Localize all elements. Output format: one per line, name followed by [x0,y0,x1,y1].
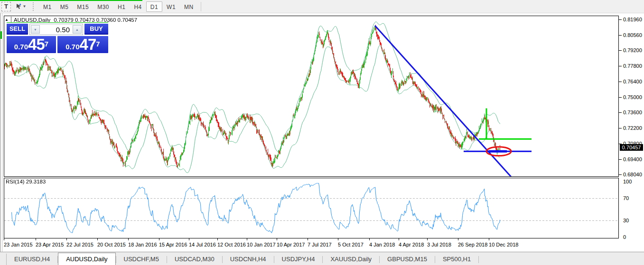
timeframe-button-d1[interactable]: D1 [146,1,162,12]
price-axis-tick [619,128,622,128]
price-axis-tick [619,174,622,175]
date-axis-tick [247,238,247,240]
chart-symbol-period: AUDUSD,Daily [14,17,50,23]
price-axis-label: 0.81960 [623,17,642,22]
current-price-tag: 0.70457 [620,144,643,151]
date-axis-label: 20 Oct 2015 [97,242,126,247]
buy-price-pips: 47 [80,37,96,52]
rsi-scale-label: 100 [623,179,632,184]
price-axis[interactable]: 0.819600.805600.792000.778000.764000.750… [619,13,644,238]
volume-input[interactable]: 0.50 [41,24,72,35]
date-axis-tick [427,238,428,240]
tab-separator [478,256,479,263]
date-axis[interactable]: 23 Jan 201523 Apr 201522 Jul 201520 Oct … [4,238,619,252]
volume-increase-button[interactable]: ▲ [73,25,82,34]
date-axis-label: 14 Jul 2016 [189,242,216,247]
timeframe-button-m1[interactable]: M1 [39,1,56,12]
date-axis-tick [308,238,308,240]
chart-ohlc-values: 0.70379 0.70473 0.70360 0.70457 [54,17,137,23]
panel-top-accent [7,22,108,23]
sell-price-display[interactable]: 0.70457 [7,36,56,53]
price-axis-tick [619,112,622,113]
price-axis-label: 0.75000 [623,94,642,100]
chart-tab-usdjpy-h4[interactable]: USDJPY,H4 [274,254,323,265]
price-axis-tick [619,82,622,82]
date-axis-label: 4 Apr 2018 [399,242,424,247]
chart-tab-eurusd-h4[interactable]: EURUSD,H4 [7,254,57,265]
price-axis-label: 0.80560 [623,32,642,38]
price-axis-tick [619,35,622,36]
chart-tab-usdcnh-h4[interactable]: USDCNH,H4 [223,254,274,265]
date-axis-tick [399,238,399,240]
price-axis-label: 0.79200 [623,47,642,53]
text-tool-button[interactable]: T [1,2,11,11]
price-axis-tick [619,66,622,66]
price-axis-label: 0.69400 [623,156,642,162]
sell-button[interactable]: SELL [7,24,28,35]
date-axis-label: 10 Jan 2017 [247,242,276,247]
left-green-tick [0,31,2,39]
timeframe-button-m15[interactable]: M15 [73,1,93,12]
rsi-indicator-canvas[interactable] [4,178,619,238]
timeframe-button-m30[interactable]: M30 [93,1,113,12]
date-axis-tick [338,238,338,240]
active-chart-indicator [0,0,142,1]
collapse-panel-icon[interactable]: ▲ [5,18,9,22]
sell-price-point: 7 [45,36,48,52]
buy-price-display[interactable]: 0.70477 [57,36,108,53]
chart-tab-usdcad-m30[interactable]: USDCAD,M30 [167,254,222,265]
rsi-scale-label: 30 [623,218,629,223]
date-axis-label: 10 Dec 2018 [489,242,518,247]
rsi-scale-label: 70 [623,195,629,201]
sell-price-pips: 45 [28,37,45,52]
date-axis-tick [159,238,159,240]
chart-tab-audusd-daily[interactable]: AUDUSD,Daily [58,253,115,265]
cursor-arrow-icon [16,3,22,9]
timeframe-button-mn[interactable]: MN [180,1,198,12]
objects-tool-button[interactable]: ▼ [14,2,28,11]
window-left-border [0,13,0,252]
date-axis-label: 4 Jan 2018 [369,242,395,247]
date-axis-tick [369,238,370,240]
timeframe-buttons: M1M5M15M30H1H4D1W1MN [39,1,198,12]
date-axis-label: 7 Jul 2017 [308,242,332,247]
buy-button[interactable]: BUY [84,24,108,35]
chart-tab-usdchf-m5[interactable]: USDCHF,M5 [116,254,167,265]
timeframe-button-h4[interactable]: H4 [130,1,146,12]
price-axis-label: 0.68040 [623,172,642,177]
date-axis-tick [128,238,129,240]
date-axis-label: 10 Apr 2017 [277,242,305,247]
date-axis-tick [97,238,98,240]
chart-tab-gbpusd-m15[interactable]: GBPUSD,M15 [380,254,435,265]
mt4-window: T ▼ M1M5M15M30H1H4D1W1MN ▲ AUDUSD,Daily … [0,0,644,265]
date-axis-label: 12 Oct 2016 [217,242,246,247]
price-axis-tick [619,50,622,51]
buy-price-base: 0.70 [65,42,79,52]
chevron-down-icon: ▼ [23,4,27,9]
price-axis-label: 0.76400 [623,79,642,84]
date-axis-tick [4,238,4,240]
date-axis-label: 23 Apr 2015 [36,242,64,247]
timeframe-button-h1[interactable]: H1 [113,1,130,12]
date-axis-tick [277,238,277,240]
date-axis-tick [217,238,218,240]
toolbar-grip [33,2,35,11]
date-axis-label: 5 Oct 2017 [338,242,364,247]
rsi-scale-label: 0 [623,234,626,240]
volume-stepper: ▼ 0.50 ▲ [29,24,83,35]
timeframe-button-m5[interactable]: M5 [56,1,73,12]
window-left-border-inner [2,13,2,252]
rsi-indicator-label: RSI(14) 29.3183 [6,179,46,184]
date-axis-label: 15 Apr 2016 [159,242,187,247]
timeframe-button-w1[interactable]: W1 [162,1,180,12]
price-axis-tick [619,19,622,20]
chart-tab-sp500-h1[interactable]: SP500,H1 [435,254,478,265]
buy-price-point: 7 [96,36,100,52]
date-axis-label: 26 Sep 2018 [458,242,487,247]
date-axis-tick [66,238,67,240]
date-axis-tick [458,238,458,240]
volume-decrease-button[interactable]: ▼ [31,25,40,34]
chart-tab-xauusd-daily[interactable]: XAUUSD,Daily [323,254,379,265]
price-axis-tick [619,97,622,98]
sell-price-base: 0.70 [14,42,28,52]
